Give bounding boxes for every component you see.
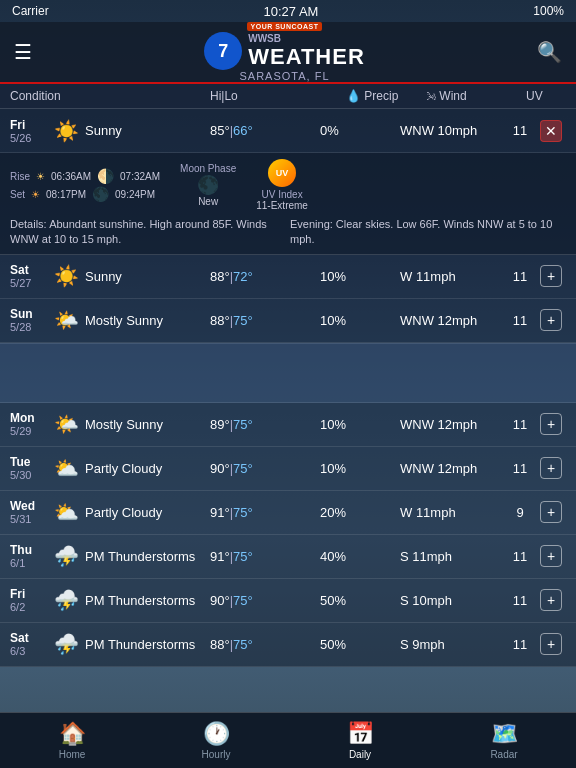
row-condition-cell: Sat 6/3 ⛈️ PM Thunderstorms bbox=[10, 631, 210, 657]
forecast-row[interactable]: Fri 6/2 ⛈️ PM Thunderstorms 90°|75° 50% … bbox=[0, 579, 576, 623]
row-uv: 11 bbox=[500, 313, 540, 328]
search-button[interactable]: 🔍 bbox=[537, 40, 562, 64]
detail-text: Details: Abundant sunshine. High around … bbox=[10, 217, 566, 248]
menu-button[interactable]: ☰ bbox=[14, 40, 32, 64]
tab-hourly[interactable]: 🕐 Hourly bbox=[144, 713, 288, 768]
row-date-num: 5/28 bbox=[10, 321, 48, 333]
row-hilo: 88°|72° bbox=[210, 269, 320, 284]
row-uv: 11 bbox=[500, 269, 540, 284]
expand-button[interactable]: + bbox=[540, 457, 562, 479]
row-hilo: 91°|75° bbox=[210, 505, 320, 520]
row-lo: 66° bbox=[233, 123, 253, 138]
logo-number: 7 bbox=[218, 41, 228, 62]
row-day: Fri bbox=[10, 587, 48, 601]
forecast-row[interactable]: Thu 6/1 ⛈️ PM Thunderstorms 91°|75° 40% … bbox=[0, 535, 576, 579]
tab-radar[interactable]: 🗺️ Radar bbox=[432, 713, 576, 768]
forecast-row[interactable]: Sun 5/28 🌤️ Mostly Sunny 88°|75° 10% WNW… bbox=[0, 299, 576, 343]
expand-button[interactable]: + bbox=[540, 309, 562, 331]
condition-icon: ☀️ bbox=[54, 119, 79, 143]
row-hi: 85° bbox=[210, 123, 230, 138]
row-condition-cell: Fri 6/2 ⛈️ PM Thunderstorms bbox=[10, 587, 210, 613]
row-wind: WNW 10mph bbox=[400, 123, 500, 138]
row-day: Sat bbox=[10, 263, 48, 277]
row-hi: 91° bbox=[210, 505, 230, 520]
tab-icon-home: 🏠 bbox=[59, 721, 86, 747]
row-hi: 88° bbox=[210, 269, 230, 284]
col-precip: 💧 Precip bbox=[346, 89, 426, 103]
ad-banner bbox=[0, 343, 576, 403]
row-hilo: 91°|75° bbox=[210, 549, 320, 564]
uv-index-label: UV Index bbox=[262, 189, 303, 200]
forecast-row[interactable]: Mon 5/29 🌤️ Mostly Sunny 89°|75° 10% WNW… bbox=[0, 403, 576, 447]
uv-circle: UV bbox=[268, 159, 296, 187]
row-condition-cell: Sun 5/28 🌤️ Mostly Sunny bbox=[10, 307, 210, 333]
tab-label-home: Home bbox=[59, 749, 86, 760]
row-wind: W 11mph bbox=[400, 269, 500, 284]
tab-daily[interactable]: 📅 Daily bbox=[288, 713, 432, 768]
row-hi: 90° bbox=[210, 593, 230, 608]
forecast-row[interactable]: Tue 5/30 ⛅ Partly Cloudy 90°|75° 10% WNW… bbox=[0, 447, 576, 491]
sun-moon-row: Rise ☀ 06:36AM 🌗 07:32AM Set ☀ 08:17PM 🌑… bbox=[10, 159, 566, 211]
condition-icon: 🌤️ bbox=[54, 412, 79, 436]
row-hilo: 89°|75° bbox=[210, 417, 320, 432]
forecast-row[interactable]: Wed 5/31 ⛅ Partly Cloudy 91°|75° 20% W 1… bbox=[0, 491, 576, 535]
condition-icon: 🌤️ bbox=[54, 308, 79, 332]
condition-label: PM Thunderstorms bbox=[85, 593, 195, 608]
expanded-detail: Rise ☀ 06:36AM 🌗 07:32AM Set ☀ 08:17PM 🌑… bbox=[0, 153, 576, 255]
tab-bar: 🏠 Home 🕐 Hourly 📅 Daily 🗺️ Radar bbox=[0, 712, 576, 768]
tab-home[interactable]: 🏠 Home bbox=[0, 713, 144, 768]
row-date: Fri 6/2 bbox=[10, 587, 48, 613]
expand-button[interactable]: + bbox=[540, 265, 562, 287]
moon-phase-block: Moon Phase 🌑 New bbox=[180, 163, 236, 207]
moon-phase-label: Moon Phase bbox=[180, 163, 236, 174]
expand-button[interactable]: + bbox=[540, 589, 562, 611]
row-date-num: 6/2 bbox=[10, 601, 48, 613]
row-lo: 75° bbox=[233, 593, 253, 608]
row-wind: S 11mph bbox=[400, 549, 500, 564]
row-day: Tue bbox=[10, 455, 48, 469]
row-hi: 90° bbox=[210, 461, 230, 476]
condition-icon: ⛅ bbox=[54, 500, 79, 524]
expand-button[interactable]: + bbox=[540, 413, 562, 435]
forecast-row[interactable]: Sat 6/3 ⛈️ PM Thunderstorms 88°|75° 50% … bbox=[0, 623, 576, 667]
row-condition-cell: Thu 6/1 ⛈️ PM Thunderstorms bbox=[10, 543, 210, 569]
expand-button[interactable]: + bbox=[540, 545, 562, 567]
row-uv: 11 bbox=[500, 637, 540, 652]
row-date-num: 5/29 bbox=[10, 425, 48, 437]
row-wind: W 11mph bbox=[400, 505, 500, 520]
row-hilo: 88°|75° bbox=[210, 637, 320, 652]
row-precip: 50% bbox=[320, 593, 400, 608]
row-condition-cell: Fri 5/26 ☀️ Sunny bbox=[10, 118, 210, 144]
row-date: Sat 5/27 bbox=[10, 263, 48, 289]
column-headers: Condition Hi|Lo 💧 Precip 🌬 Wind UV bbox=[0, 84, 576, 109]
expand-button[interactable]: + bbox=[540, 633, 562, 655]
condition-icon: ⛈️ bbox=[54, 544, 79, 568]
row-date: Sun 5/28 bbox=[10, 307, 48, 333]
col-uv: UV bbox=[526, 89, 566, 103]
row-hi: 91° bbox=[210, 549, 230, 564]
tab-icon-radar: 🗺️ bbox=[491, 721, 518, 747]
weather-title: WEATHER bbox=[248, 44, 365, 70]
row-date: Fri 5/26 bbox=[10, 118, 48, 144]
detail-evening: Evening: Clear skies. Low 66F. Winds NNW… bbox=[290, 217, 566, 248]
row-wind: WNW 12mph bbox=[400, 417, 500, 432]
row-lo: 75° bbox=[233, 417, 253, 432]
set-label: Set bbox=[10, 189, 25, 200]
forecast-row[interactable]: Fri 5/26 ☀️ Sunny 85°|66° 0% WNW 10mph 1… bbox=[0, 109, 576, 153]
row-date: Mon 5/29 bbox=[10, 411, 48, 437]
uv-value: 11-Extreme bbox=[256, 200, 308, 211]
row-hilo: 90°|75° bbox=[210, 461, 320, 476]
forecast-row[interactable]: Sat 5/27 ☀️ Sunny 88°|72° 10% W 11mph 11… bbox=[0, 255, 576, 299]
row-condition-cell: Mon 5/29 🌤️ Mostly Sunny bbox=[10, 411, 210, 437]
row-uv: 11 bbox=[500, 417, 540, 432]
condition-label: Partly Cloudy bbox=[85, 505, 162, 520]
condition-label: Partly Cloudy bbox=[85, 461, 162, 476]
row-condition-cell: Tue 5/30 ⛅ Partly Cloudy bbox=[10, 455, 210, 481]
sunrise-icon: ☀ bbox=[36, 171, 45, 182]
row-day: Wed bbox=[10, 499, 48, 513]
tab-label-hourly: Hourly bbox=[202, 749, 231, 760]
expand-button[interactable]: + bbox=[540, 501, 562, 523]
collapse-button[interactable]: ✕ bbox=[540, 120, 562, 142]
row-date: Thu 6/1 bbox=[10, 543, 48, 569]
location-label: SARASOTA, FL bbox=[239, 70, 329, 82]
